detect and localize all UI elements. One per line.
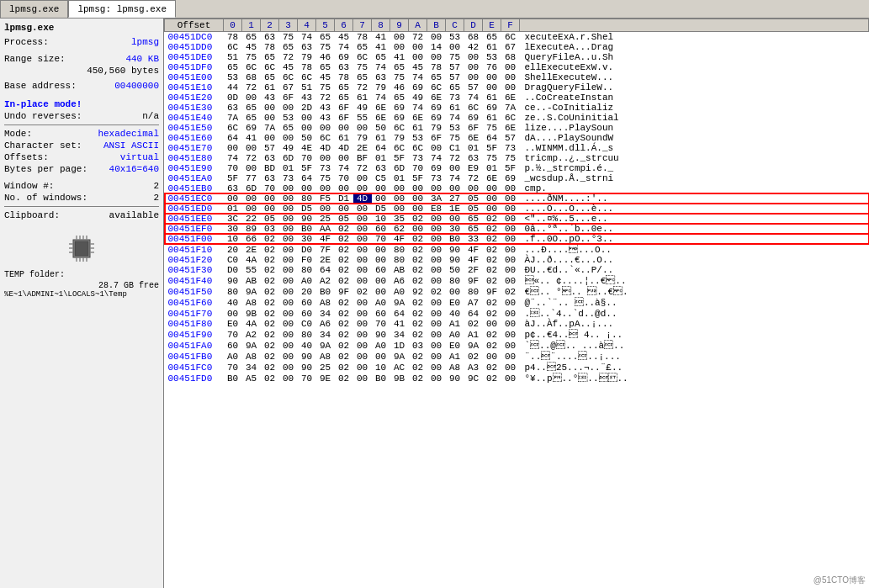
hex-byte-cell[interactable]: 01: [372, 153, 390, 163]
hex-byte-cell[interactable]: 6C: [298, 72, 316, 82]
hex-byte-cell[interactable]: 03: [261, 224, 279, 234]
hex-byte-cell[interactable]: 6C: [390, 143, 409, 153]
hex-byte-cell[interactable]: 65: [427, 72, 446, 82]
tab-lpmsg-lpmsg-exe[interactable]: lpmsg: lpmsg.exe: [68, 0, 176, 18]
hex-byte-cell[interactable]: 63: [261, 32, 279, 43]
hex-byte-cell[interactable]: 00: [353, 275, 372, 286]
hex-byte-cell[interactable]: 00: [409, 183, 427, 193]
hex-byte-cell[interactable]: 90: [446, 244, 464, 255]
hex-byte-cell[interactable]: 61: [261, 82, 279, 93]
hex-byte-cell[interactable]: 53: [224, 72, 242, 82]
hex-byte-cell[interactable]: 67: [279, 82, 298, 93]
hex-byte-cell[interactable]: 00: [353, 234, 372, 244]
hex-byte-cell[interactable]: 46: [316, 52, 335, 62]
hex-byte-cell[interactable]: 62: [390, 224, 409, 234]
hex-byte-cell[interactable]: B0: [224, 373, 242, 384]
hex-byte-cell[interactable]: 41: [242, 133, 261, 143]
hex-byte-cell[interactable]: 02: [483, 340, 501, 351]
hex-byte-cell[interactable]: 80: [298, 265, 316, 275]
hex-byte-cell[interactable]: 41: [390, 319, 409, 329]
hex-byte-cell[interactable]: 00: [353, 297, 372, 308]
hex-byte-cell[interactable]: 65: [242, 103, 261, 113]
table-row[interactable]: 00451FA0609A0200409A0200A01D0300E09A0200…: [165, 340, 869, 351]
hex-byte-cell[interactable]: 9B: [242, 308, 261, 319]
hex-byte-cell[interactable]: 45: [335, 32, 353, 43]
hex-byte-cell[interactable]: 02: [335, 351, 353, 362]
hex-byte-cell[interactable]: E9: [464, 163, 483, 173]
table-row[interactable]: 00451DD06C457865637574654100001400426167…: [165, 42, 869, 52]
hex-byte-cell[interactable]: 00: [483, 72, 501, 82]
hex-byte-cell[interactable]: 01: [224, 204, 242, 214]
hex-byte-cell[interactable]: A2: [242, 329, 261, 340]
hex-byte-cell[interactable]: 02: [261, 297, 279, 308]
hex-byte-cell[interactable]: 40: [446, 308, 464, 319]
hex-byte-cell[interactable]: 00: [261, 133, 279, 143]
hex-byte-cell[interactable]: 02: [261, 340, 279, 351]
hex-byte-cell[interactable]: 65: [242, 32, 261, 43]
hex-byte-cell[interactable]: 00: [427, 362, 446, 373]
table-row[interactable]: 00451F9070A202008034020090340200A0A10200…: [165, 329, 869, 340]
hex-byte-cell[interactable]: 00: [353, 265, 372, 275]
hex-byte-cell[interactable]: 80: [464, 286, 483, 297]
tab-lpmsg-exe[interactable]: lpmsg.exe: [0, 0, 68, 18]
hex-byte-cell[interactable]: 53: [446, 123, 464, 133]
hex-byte-cell[interactable]: 00: [427, 255, 446, 265]
hex-byte-cell[interactable]: 00: [372, 183, 390, 193]
hex-byte-cell[interactable]: 00: [446, 214, 464, 224]
hex-byte-cell[interactable]: 65: [353, 42, 372, 52]
hex-byte-cell[interactable]: 6C: [261, 62, 279, 72]
hex-byte-cell[interactable]: 57: [446, 72, 464, 82]
hex-byte-cell[interactable]: E0: [224, 319, 242, 329]
hex-byte-cell[interactable]: 74: [409, 72, 427, 82]
hex-byte-cell[interactable]: 44: [224, 82, 242, 93]
hex-byte-cell[interactable]: 00: [353, 204, 372, 214]
hex-byte-cell[interactable]: 80: [390, 244, 409, 255]
hex-byte-cell[interactable]: 30: [224, 224, 242, 234]
hex-byte-cell[interactable]: 00: [372, 244, 390, 255]
hex-byte-cell[interactable]: 79: [353, 133, 372, 143]
hex-byte-cell[interactable]: 00: [316, 183, 335, 193]
hex-byte-cell[interactable]: 02: [261, 319, 279, 329]
hex-byte-cell[interactable]: 00: [501, 204, 520, 214]
hex-byte-cell[interactable]: A8: [242, 297, 261, 308]
hex-byte-cell[interactable]: 78: [427, 62, 446, 72]
hex-byte-cell[interactable]: 34: [390, 329, 409, 340]
table-row[interactable]: 00451FC0703402009025020010AC0200A8A30200…: [165, 362, 869, 373]
hex-byte-cell[interactable]: 49: [353, 103, 372, 113]
table-row[interactable]: 00451E807472636D700000BF015F737472637575…: [165, 153, 869, 163]
hex-byte-cell[interactable]: 78: [298, 62, 316, 72]
hex-byte-cell[interactable]: 00: [427, 52, 446, 62]
hex-byte-cell[interactable]: 72: [316, 93, 335, 103]
hex-byte-cell[interactable]: 60: [224, 340, 242, 351]
hex-byte-cell[interactable]: 53: [483, 52, 501, 62]
hex-byte-cell[interactable]: 00: [483, 204, 501, 214]
hex-byte-cell[interactable]: 65: [242, 113, 261, 123]
hex-byte-cell[interactable]: 69: [464, 113, 483, 123]
hex-byte-cell[interactable]: 00: [372, 255, 390, 265]
hex-byte-cell[interactable]: 75: [316, 173, 335, 183]
hex-byte-cell[interactable]: 65: [261, 52, 279, 62]
hex-byte-cell[interactable]: 02: [409, 362, 427, 373]
hex-byte-cell[interactable]: 60: [372, 308, 390, 319]
hex-byte-cell[interactable]: 00: [409, 42, 427, 52]
hex-byte-cell[interactable]: 00: [353, 340, 372, 351]
hex-byte-cell[interactable]: 57: [446, 62, 464, 72]
hex-byte-cell[interactable]: 00: [501, 214, 520, 224]
hex-byte-cell[interactable]: 6E: [501, 123, 520, 133]
hex-byte-cell[interactable]: 6D: [242, 183, 261, 193]
hex-byte-cell[interactable]: 30: [298, 234, 316, 244]
hex-byte-cell[interactable]: 4D: [316, 143, 335, 153]
hex-byte-cell[interactable]: 00: [242, 204, 261, 214]
hex-byte-cell[interactable]: 02: [261, 373, 279, 384]
hex-byte-cell[interactable]: 6C: [224, 123, 242, 133]
hex-byte-cell[interactable]: 5F: [298, 163, 316, 173]
hex-byte-cell[interactable]: 43: [298, 93, 316, 103]
hex-byte-cell[interactable]: 75: [353, 62, 372, 72]
hex-byte-cell[interactable]: 6C: [390, 123, 409, 133]
hex-byte-cell[interactable]: 69: [242, 123, 261, 133]
table-row[interactable]: 00451EF030890300B0AA02006062000030650200…: [165, 224, 869, 234]
hex-byte-cell[interactable]: 78: [353, 32, 372, 43]
table-row[interactable]: 00451F10202E0200D07F020000800200904F0200…: [165, 244, 869, 255]
hex-byte-cell[interactable]: 02: [409, 255, 427, 265]
hex-byte-cell[interactable]: 00: [279, 340, 298, 351]
